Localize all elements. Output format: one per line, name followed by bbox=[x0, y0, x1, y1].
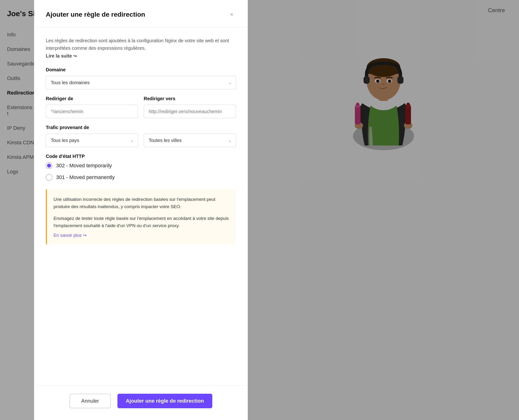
modal-footer: Annuler Ajouter une règle de redirection bbox=[34, 385, 248, 420]
redirect-from-label: Rediriger de bbox=[46, 96, 138, 101]
countries-select-wrapper: Tous les pays ⌄ bbox=[46, 134, 138, 147]
modal-dialog: Ajouter une règle de redirection × Les r… bbox=[34, 0, 248, 420]
radio-group: 302 - Moved temporarily 301 - Moved perm… bbox=[46, 162, 236, 181]
radio-item-302[interactable]: 302 - Moved temporarily bbox=[46, 162, 236, 169]
radio-301[interactable] bbox=[46, 174, 52, 181]
warning-arrow-icon: ↪ bbox=[83, 232, 87, 238]
modal-title: Ajouter une règle de redirection bbox=[46, 11, 145, 18]
domain-label: Domaine bbox=[46, 67, 236, 73]
warning-box: Une utilisation incorrecte des règles de… bbox=[46, 189, 236, 245]
traffic-selects: Tous les pays ⌄ Toutes les villes ⌄ bbox=[46, 134, 236, 147]
countries-select[interactable]: Tous les pays bbox=[46, 134, 138, 147]
modal-overlay: Ajouter une règle de redirection × Les r… bbox=[0, 0, 519, 420]
warning-link[interactable]: En savoir plus ↪ bbox=[54, 232, 87, 238]
modal-body: Les règles de redirection sont ajoutées … bbox=[34, 27, 248, 385]
redirect-from-group: Rediriger de bbox=[46, 96, 138, 118]
traffic-label: Trafic provenant de bbox=[46, 125, 236, 130]
close-button[interactable]: × bbox=[228, 10, 236, 19]
domain-select-wrapper: Tous les domaines ⌄ bbox=[46, 76, 236, 90]
description-text: Les règles de redirection sont ajoutées … bbox=[46, 37, 236, 52]
read-more-link[interactable]: Lire la suite ↪ bbox=[46, 53, 77, 59]
cities-select[interactable]: Toutes les villes bbox=[144, 134, 236, 147]
http-status-label: Code d'état HTTP bbox=[46, 154, 236, 159]
warning-link-label: En savoir plus bbox=[54, 233, 81, 238]
cities-select-wrapper: Toutes les villes ⌄ bbox=[144, 134, 236, 147]
redirect-to-label: Rediriger vers bbox=[144, 96, 236, 101]
submit-button[interactable]: Ajouter une règle de redirection bbox=[117, 394, 213, 408]
modal-header: Ajouter une règle de redirection × bbox=[34, 0, 248, 27]
arrow-icon: ↪ bbox=[73, 53, 77, 59]
radio-302[interactable] bbox=[46, 162, 52, 169]
redirect-to-group: Rediriger vers bbox=[144, 96, 236, 118]
radio-item-301[interactable]: 301 - Moved permanently bbox=[46, 174, 236, 181]
radio-302-label: 302 - Moved temporarily bbox=[56, 163, 112, 169]
cancel-button[interactable]: Annuler bbox=[70, 394, 111, 408]
redirect-to-input[interactable] bbox=[144, 105, 236, 118]
redirect-from-input[interactable] bbox=[46, 105, 138, 118]
read-more-label: Lire la suite bbox=[46, 53, 72, 59]
warning-text-2: Envisagez de tester toute règle basée su… bbox=[54, 215, 229, 229]
warning-text-1: Une utilisation incorrecte des règles de… bbox=[54, 196, 229, 210]
domain-select[interactable]: Tous les domaines bbox=[46, 76, 236, 90]
radio-301-label: 301 - Moved permanently bbox=[56, 174, 115, 180]
